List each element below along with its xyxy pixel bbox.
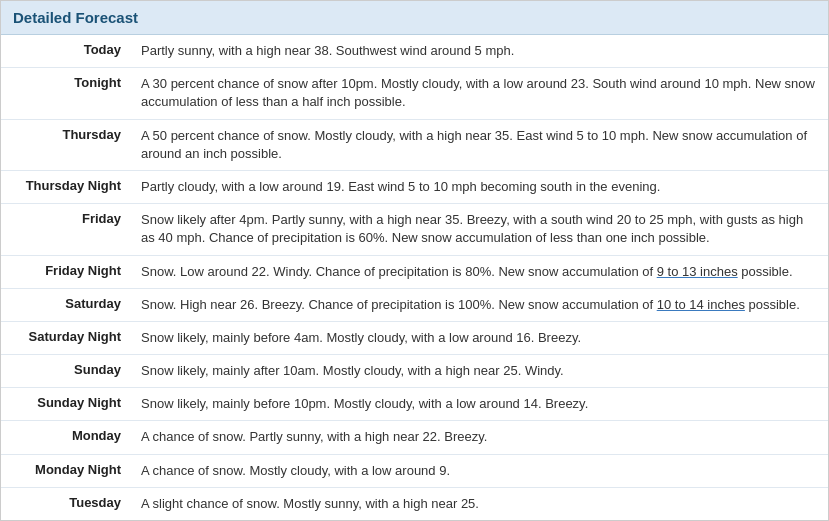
forecast-header: Detailed Forecast [1,1,828,35]
period-description: A chance of snow. Partly sunny, with a h… [131,421,828,454]
table-row: Thursday NightPartly cloudy, with a low … [1,170,828,203]
period-label: Saturday Night [1,321,131,354]
period-description: A chance of snow. Mostly cloudy, with a … [131,454,828,487]
description-text: Snow. High near 26. Breezy. Chance of pr… [141,297,657,312]
period-label: Thursday [1,119,131,170]
header-title: Detailed Forecast [13,9,138,26]
period-label: Monday Night [1,454,131,487]
table-row: TonightA 30 percent chance of snow after… [1,68,828,119]
period-description: Snow likely, mainly before 4am. Mostly c… [131,321,828,354]
period-description: Partly sunny, with a high near 38. South… [131,35,828,68]
period-description: Snow likely after 4pm. Partly sunny, wit… [131,204,828,255]
period-label: Today [1,35,131,68]
period-label: Friday Night [1,255,131,288]
period-label: Sunday Night [1,388,131,421]
period-label: Thursday Night [1,170,131,203]
period-description: A 30 percent chance of snow after 10pm. … [131,68,828,119]
forecast-table: TodayPartly sunny, with a high near 38. … [1,35,828,520]
period-description: Partly cloudy, with a low around 19. Eas… [131,170,828,203]
period-description: Snow. High near 26. Breezy. Chance of pr… [131,288,828,321]
table-row: Friday NightSnow. Low around 22. Windy. … [1,255,828,288]
highlighted-accumulation: 10 to 14 inches [657,297,745,312]
table-row: Sunday NightSnow likely, mainly before 1… [1,388,828,421]
period-label: Friday [1,204,131,255]
description-text-post: possible. [745,297,800,312]
period-label: Sunday [1,355,131,388]
highlighted-accumulation: 9 to 13 inches [657,264,738,279]
table-row: SaturdaySnow. High near 26. Breezy. Chan… [1,288,828,321]
period-description: Snow likely, mainly after 10am. Mostly c… [131,355,828,388]
description-text-post: possible. [738,264,793,279]
forecast-container: Detailed Forecast TodayPartly sunny, wit… [0,0,829,521]
period-label: Tonight [1,68,131,119]
period-label: Saturday [1,288,131,321]
table-row: Saturday NightSnow likely, mainly before… [1,321,828,354]
table-row: ThursdayA 50 percent chance of snow. Mos… [1,119,828,170]
period-description: Snow likely, mainly before 10pm. Mostly … [131,388,828,421]
period-label: Monday [1,421,131,454]
description-text: Snow. Low around 22. Windy. Chance of pr… [141,264,657,279]
period-label: Tuesday [1,487,131,520]
table-row: TuesdayA slight chance of snow. Mostly s… [1,487,828,520]
period-description: A slight chance of snow. Mostly sunny, w… [131,487,828,520]
period-description: A 50 percent chance of snow. Mostly clou… [131,119,828,170]
table-row: MondayA chance of snow. Partly sunny, wi… [1,421,828,454]
period-description: Snow. Low around 22. Windy. Chance of pr… [131,255,828,288]
table-row: SundaySnow likely, mainly after 10am. Mo… [1,355,828,388]
table-row: FridaySnow likely after 4pm. Partly sunn… [1,204,828,255]
table-row: Monday NightA chance of snow. Mostly clo… [1,454,828,487]
table-row: TodayPartly sunny, with a high near 38. … [1,35,828,68]
